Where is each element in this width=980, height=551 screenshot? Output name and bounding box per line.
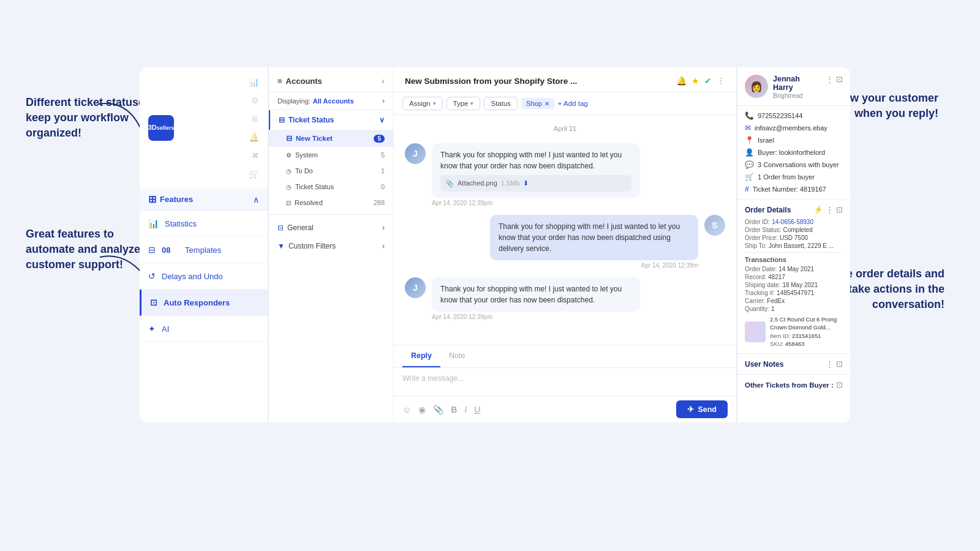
order-date-label: Order Date: [745,266,777,272]
add-tag-btn[interactable]: + Add tag [558,100,588,107]
carrier-row: Carrier: FedEx [745,298,843,304]
status-btn[interactable]: Status [484,97,518,110]
transactions-section: Transactions Order Date: 14 May 2021 Rec… [745,252,843,348]
carrier-label: Carrier: [745,298,765,304]
avatar-2: S [704,215,725,236]
general-item[interactable]: ⊟ General › [269,219,393,237]
nav-icon-monitor[interactable]: 🖥 [251,114,259,124]
msg1-attachment: 📎 Attached.png 1.5Mb ⬇ [440,175,631,192]
chat-icon: 💬 [745,160,754,169]
attachment-download[interactable]: ⬇ [523,178,529,189]
order-details-actions: ⚡ ⋮ ⊡ [813,205,843,214]
tool-emoji[interactable]: ◉ [418,405,426,414]
more-dots-icon[interactable]: ⋮ [826,75,834,84]
bubble-2: Thank you for shopping with me! I just w… [490,215,698,269]
item-id-row: Item ID: 231541651 [770,332,843,340]
msg2-text: Thank you for shopping with me! I just w… [499,222,680,253]
ticket-status-header[interactable]: ⊟ Ticket Status ∨ [269,110,393,130]
other-tickets-icon[interactable]: ⊡ [836,380,843,389]
nav-icon-chart[interactable]: 📊 [249,77,259,87]
shipping-date-label: Shiping date: [745,282,780,288]
customer-header-actions: ⋮ ⊡ [826,75,843,84]
sku-row: SKU: 458463 [770,340,843,348]
resolved-item[interactable]: ⊡ Resolved 288 [269,195,393,211]
tool-italic[interactable]: I [464,405,467,414]
product-info: 2.5 Ct Round Cut 6 Prong Crown Diomond G… [770,315,843,348]
tracking-row: Tracking #: 14854547971 [745,290,843,296]
todo-item[interactable]: ◷ To Do 1 [269,163,393,179]
date-divider: April 21 [405,125,725,132]
ship-to-label: Ship To: [745,242,767,249]
features-item-delays[interactable]: ↺ Delays and Undo [140,263,268,290]
all-accounts-arrow[interactable]: › [382,97,385,105]
order-price-label: Order Price: [745,234,778,241]
custom-filters-item[interactable]: ▼ Custom Filters › [269,237,393,255]
product-name: 2.5 Ct Round Cut 6 Prong Crown Diomond G… [770,315,843,332]
shop-tag-remove[interactable]: ✕ [545,100,549,107]
reply-tools: ☺ ◉ 📎 B I U [402,405,480,414]
tool-attach[interactable]: 📎 [433,405,443,414]
shipping-date-row: Shiping date: 18 May 2021 [745,282,843,288]
location-icon: 📍 [745,136,754,144]
features-collapse-icon[interactable]: ∧ [253,195,259,204]
notes-more-icon[interactable]: ⋮ [826,359,834,369]
customer-name: Jennah Harry [773,75,821,92]
conversations-row: 💬 3 Conversations with buyer [745,160,843,169]
quantity-label: Quantity: [745,305,769,312]
ticket-number-row: # Ticket Number: 4819167 [745,185,843,193]
order-date-row: Order Date: 14 May 2021 [745,266,843,272]
tool-smiley[interactable]: ☺ [402,405,411,414]
reply-tab[interactable]: Reply [402,345,440,367]
notes-link-icon[interactable]: ⊡ [836,359,843,369]
app-logo: 3D sellers [148,115,174,141]
reply-tabs: Reply Note [394,345,736,368]
features-header[interactable]: ⊞ Features ∧ [140,189,268,211]
conversation-panel: New Submission from your Shopify Store .… [394,67,737,422]
all-accounts-link[interactable]: All Accounts [313,97,354,105]
quantity-row: Quantity: 1 [745,305,843,312]
message-row-2: S Thank you for shopping with me! I just… [405,215,725,269]
record-row: Record: 48217 [745,274,843,280]
item-id-label: Item ID: [770,332,790,339]
tool-underline[interactable]: U [474,405,480,414]
reply-footer: ☺ ◉ 📎 B I U ✈ Send [394,395,736,422]
note-tab[interactable]: Note [440,345,473,367]
nav-icon-settings[interactable]: ⚙ [251,96,259,105]
features-label: ⊞ Features [148,193,193,205]
shop-tag[interactable]: Shop ✕ [521,98,554,109]
new-ticket-item[interactable]: ⊟ New Ticket 5 [269,130,393,147]
tool-bold[interactable]: B [451,405,457,414]
send-btn[interactable]: ✈ Send [676,400,728,418]
type-btn[interactable]: Type ▾ [447,97,481,110]
features-item-autoresponders[interactable]: ⊡ Auto Responders [140,290,268,316]
nav-icon-cart[interactable]: 🛒 [249,169,259,179]
conv-header: New Submission from your Shopify Store .… [394,67,736,92]
user-notes-actions: ⋮ ⊡ [826,359,843,369]
nav-icon-x[interactable]: ✖ [252,151,259,160]
assign-btn[interactable]: Assign ▾ [402,97,443,110]
system-item[interactable]: ⚙ System 5 [269,147,393,163]
external-link-icon[interactable]: ⊡ [836,75,843,84]
features-item-ai[interactable]: ✦ AI [140,316,268,342]
accounts-collapse-icon[interactable]: ‹ [382,76,385,86]
more-icon[interactable]: ⋮ [717,76,725,86]
accounts-title: ≡ Accounts [277,77,322,86]
other-tickets-header: Other Tickets from Buyer : ⊡ [745,380,843,389]
order-link-icon[interactable]: ⊡ [836,205,843,214]
ai-label: AI [162,324,169,334]
messages-area: April 21 J Thank you for shopping with m… [394,115,736,345]
record-label: Record: [745,274,766,280]
order-more-icon[interactable]: ⋮ [826,205,834,214]
check-icon[interactable]: ✔ [704,76,712,86]
star-icon[interactable]: ★ [692,76,699,86]
sku-label: SKU: [770,340,783,347]
lightning-icon[interactable]: ⚡ [813,205,823,214]
features-item-templates[interactable]: ⊟ 08 Templates [140,237,268,263]
ticket-status-item[interactable]: ◷ Ticket Status 0 [269,179,393,195]
templates-count: 08 [162,246,170,255]
bell-icon[interactable]: 🔔 [676,76,687,86]
features-item-statistics[interactable]: 📊 Statistics [140,211,268,237]
reply-area: Reply Note Write a message... ☺ ◉ 📎 B I … [394,345,736,422]
reply-input-area[interactable]: Write a message... [394,368,736,395]
nav-icon-bell[interactable]: 🔔 [249,132,259,142]
